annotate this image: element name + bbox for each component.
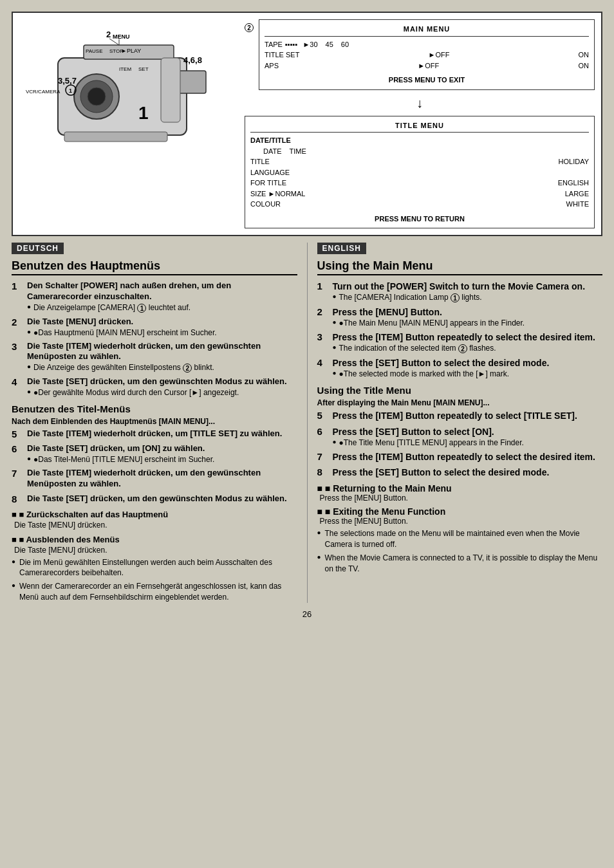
svg-text:1: 1 <box>138 103 149 123</box>
en-step-4: 4 Press the [SET] Button to select the d… <box>317 357 603 378</box>
de-step-6-num: 6 <box>12 443 23 454</box>
svg-text:ITEM: ITEM <box>119 66 131 72</box>
de-section2-after: Nach dem Einblenden des Hauptmenüs [MAIN… <box>12 417 297 426</box>
en-return-text: Press the [MENU] Button. <box>320 494 603 503</box>
de-step-8-num: 8 <box>12 494 23 504</box>
svg-text:1: 1 <box>69 88 72 94</box>
title-set-row: TITLE SET ►OFF ON <box>265 50 589 60</box>
en-step-1-content: Turn out the [POWER] Switch to turn the … <box>333 281 603 302</box>
de-step-7-content: Die Taste [ITEM] wiederholt drücken, um … <box>27 468 297 490</box>
size-large-row: SIZE ►NORMAL LARGE <box>250 189 589 199</box>
de-note-1: Die im Menü gewählten Einstellungen werd… <box>12 557 297 579</box>
de-return-text: Die Taste [MENU] drücken. <box>14 521 297 530</box>
camera-diagram: MENU 2 ►PLAY PAUSE STOP 3,5,7 ITEM SET 4… <box>19 19 238 154</box>
en-step-3-sub: The indication of the selected item 2 fl… <box>333 344 603 353</box>
en-step-4-main: Press the [SET] Button to select the des… <box>333 357 603 369</box>
de-step-3-content: Die Taste [ITEM] wiederholt drücken, um … <box>27 341 297 373</box>
title-set-off: ►OFF <box>429 50 450 60</box>
en-step-7-num: 7 <box>317 451 329 462</box>
date-time-row: DATE TIME <box>250 146 589 157</box>
de-step-1-sub: Die Anzeigelampe [CAMERA] 1 leuchtet auf… <box>27 303 297 313</box>
column-deutsch: DEUTSCH Benutzen des Hauptmenüs 1 Den Sc… <box>12 243 308 603</box>
en-exit-text: Press the [MENU] Button. <box>320 517 603 526</box>
de-step-7-num: 7 <box>12 468 23 479</box>
menu-panels: 2 MAIN MENU TAPE ▪▪▪▪▪ ►30 45 60 TITLE S… <box>245 19 595 228</box>
en-step-8-content: Press the [SET] Button to select the des… <box>333 466 603 478</box>
en-step-6-num: 6 <box>317 426 329 437</box>
de-step-3: 3 Die Taste [ITEM] wiederholt drücken, u… <box>12 341 297 373</box>
arrow-down: ↓ <box>245 97 595 109</box>
en-step-6: 6 Press the [SET] Button to select [ON].… <box>317 426 603 447</box>
de-step-5-content: Die Taste [ITEM] wiederholt drücken, um … <box>27 429 297 439</box>
en-note-1: The selections made on the Menu will be … <box>317 528 603 550</box>
deutsch-section1-title: Benutzen des Hauptmenüs <box>12 259 297 275</box>
content-section: DEUTSCH Benutzen des Hauptmenüs 1 Den Sc… <box>12 243 602 603</box>
main-menu-box: MAIN MENU TAPE ▪▪▪▪▪ ►30 45 60 TITLE SET… <box>259 19 595 90</box>
en-step-1-num: 1 <box>317 281 329 291</box>
en-step-6-content: Press the [SET] Button to select [ON]. ●… <box>333 426 603 447</box>
svg-text:STOP: STOP <box>109 48 124 54</box>
en-step-5-num: 5 <box>317 410 329 421</box>
press-menu-return: PRESS MENU TO RETURN <box>250 214 589 225</box>
english-lang-header: ENGLISH <box>317 243 366 254</box>
de-step-1-content: Den Schalter [POWER] nach außen drehen, … <box>27 281 297 313</box>
column-english: ENGLISH Using the Main Menu 1 Turn out t… <box>308 243 603 603</box>
de-exit-label: ■ Ausblenden des Menüs <box>12 535 297 544</box>
de-step-7-main: Die Taste [ITEM] wiederholt drücken, um … <box>27 468 297 490</box>
de-step-3-main: Die Taste [ITEM] wiederholt drücken, um … <box>27 341 297 363</box>
en-step-2-main: Press the [MENU] Button. <box>333 306 603 318</box>
title-menu-title: TITLE MENU <box>250 120 589 133</box>
de-step-6-sub: ●Das Titel-Menü [TITLE MENU] erscheint i… <box>27 455 297 464</box>
en-note-2: When the Movie Camera is connected to a … <box>317 553 603 575</box>
en-section2-after: After displaying the Main Menu [MAIN MEN… <box>317 398 603 407</box>
de-step-1-num: 1 <box>12 281 23 291</box>
de-step-4-content: Die Taste [SET] drücken, um den gewünsch… <box>27 376 297 397</box>
de-step-8-main: Die Taste [SET] drücken, um den gewünsch… <box>27 494 297 504</box>
en-step-1-main: Turn out the [POWER] Switch to turn the … <box>333 281 603 292</box>
de-step-4-num: 4 <box>12 376 23 387</box>
en-step-8-num: 8 <box>317 466 329 477</box>
tape-30: ►30 <box>302 39 317 50</box>
en-step-7: 7 Press the [ITEM] Button repeatedly to … <box>317 451 603 463</box>
en-step-5-main: Press the [ITEM] Button repeatedly to se… <box>333 410 603 421</box>
aps-off: ►OFF <box>418 60 439 71</box>
en-step-6-sub: ●The Title Menu [TITLE MENU] appears in … <box>333 438 603 447</box>
de-step-1: 1 Den Schalter [POWER] nach außen drehen… <box>12 281 297 313</box>
de-step-5-main: Die Taste [ITEM] wiederholt drücken, um … <box>27 429 297 439</box>
deutsch-section2-title: Benutzen des Titel-Menüs <box>12 403 297 414</box>
de-step-2-num: 2 <box>12 317 23 328</box>
en-step-4-content: Press the [SET] Button to select the des… <box>333 357 603 378</box>
en-step-8-main: Press the [SET] Button to select the des… <box>333 466 603 478</box>
en-step-2-num: 2 <box>317 306 329 317</box>
title-menu-box: TITLE MENU DATE/TITLE DATE TIME TITLE HO… <box>245 116 595 229</box>
de-note-2: Wenn der Camerarecorder an ein Fernsehge… <box>12 581 297 603</box>
press-menu-exit: PRESS MENU TO EXIT <box>265 75 589 86</box>
en-step-2-content: Press the [MENU] Button. ●The Main Menu … <box>333 306 603 328</box>
svg-text:MENU: MENU <box>113 33 130 40</box>
title-set-on: ON <box>578 50 589 60</box>
english-section2-title: Using the Title Menu <box>317 385 603 396</box>
page-wrapper: MENU 2 ►PLAY PAUSE STOP 3,5,7 ITEM SET 4… <box>0 0 614 868</box>
en-step-5-content: Press the [ITEM] Button repeatedly to se… <box>333 410 603 421</box>
for-title-english-row: FOR TITLE ENGLISH <box>250 178 589 189</box>
de-step-5-num: 5 <box>12 429 23 439</box>
tape-dots: ▪▪▪▪▪ <box>285 39 298 50</box>
english-section1-title: Using the Main Menu <box>317 259 603 275</box>
de-step-3-num: 3 <box>12 341 23 352</box>
en-step-7-content: Press the [ITEM] Button repeatedly to se… <box>333 451 603 463</box>
page-number: 26 <box>6 609 608 625</box>
de-step-2-content: Die Taste [MENU] drücken. ●Das Hauptmenü… <box>27 317 297 337</box>
tape-60: 60 <box>341 39 349 50</box>
tape-label: TAPE <box>265 39 283 50</box>
aps-label: APS <box>265 60 279 71</box>
main-menu-title: MAIN MENU <box>265 24 589 37</box>
de-step-4-main: Die Taste [SET] drücken, um den gewünsch… <box>27 376 297 387</box>
en-step-7-main: Press the [ITEM] Button repeatedly to se… <box>333 451 603 463</box>
deutsch-lang-header: DEUTSCH <box>12 243 64 254</box>
svg-rect-22 <box>64 132 167 142</box>
en-step-3-num: 3 <box>317 331 329 342</box>
de-step-8: 8 Die Taste [SET] drücken, um den gewüns… <box>12 494 297 504</box>
en-step-3: 3 Press the [ITEM] Button repeatedly to … <box>317 331 603 353</box>
circle-2-indicator: 2 <box>245 23 254 32</box>
de-step-2-main: Die Taste [MENU] drücken. <box>27 317 297 328</box>
